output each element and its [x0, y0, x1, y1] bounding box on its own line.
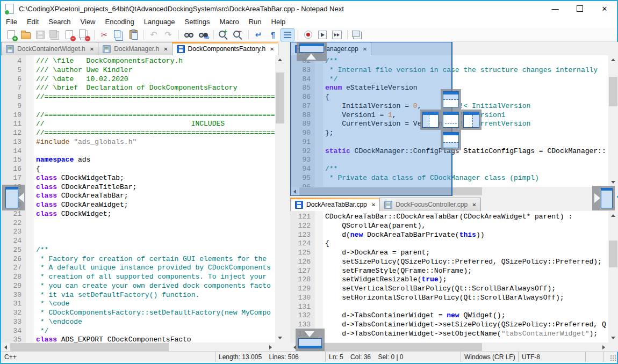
- drop-center-indicator[interactable]: [443, 112, 459, 128]
- scroll-up-arrow[interactable]: [275, 55, 284, 64]
- copy-button[interactable]: [112, 28, 126, 41]
- drop-left-indicator[interactable]: [422, 112, 439, 128]
- maximize-button[interactable]: [567, 1, 592, 16]
- menu-file[interactable]: File: [1, 16, 22, 28]
- status-document-size: Length: 13.005 Lines: 506: [215, 352, 325, 362]
- scroll-right-arrow[interactable]: [599, 343, 608, 352]
- find-button[interactable]: [182, 28, 196, 41]
- fold-line: [319, 285, 319, 294]
- code-text: QScrollArea(parent),: [323, 222, 426, 231]
- line-number: 122: [290, 222, 315, 231]
- save-file-button[interactable]: [33, 28, 47, 41]
- scrollbar-corner: [608, 343, 618, 352]
- scrollbar-thumb[interactable]: [276, 72, 284, 123]
- menu-language[interactable]: Language: [139, 16, 180, 28]
- close-button[interactable]: ✕: [592, 1, 617, 16]
- macro-playback-button[interactable]: [315, 28, 329, 41]
- tab-close-icon[interactable]: ✕: [270, 46, 274, 52]
- tab-dockcontainerwidget-h[interactable]: DockContainerWidget.h✕: [1, 42, 98, 55]
- fold-collapse-icon[interactable]: −: [316, 241, 322, 247]
- code-line: 7/// \brief Declaration of DockComponent…: [1, 84, 275, 93]
- drop-bottom-indicator[interactable]: [443, 132, 459, 148]
- code-line: 9: [1, 102, 275, 111]
- close-all-files-button[interactable]: −: [77, 28, 91, 41]
- tab-dockfocuscontroller-cpp[interactable]: DockFocusController.cpp✕: [379, 198, 480, 211]
- word-wrap-button[interactable]: [251, 28, 265, 41]
- scroll-left-arrow[interactable]: [1, 343, 10, 352]
- resize-grip[interactable]: [610, 355, 616, 361]
- save-copy-as-button[interactable]: [48, 28, 62, 41]
- fold-margin: [315, 231, 323, 240]
- menu-encoding[interactable]: Encoding: [100, 16, 139, 28]
- scroll-down-arrow[interactable]: [608, 333, 617, 343]
- paste-button[interactable]: [126, 28, 140, 41]
- drop-edge-bottom-indicator[interactable]: [298, 338, 322, 348]
- code-editor-left[interactable]: 4/// \file DockComponentsFactory.h5/// \…: [1, 55, 275, 343]
- show-indent-guide-button[interactable]: [281, 28, 294, 41]
- scroll-right-arrow[interactable]: [266, 343, 275, 352]
- show-all-characters-button[interactable]: [266, 28, 280, 41]
- macro-run-multiple-button[interactable]: [330, 28, 344, 41]
- menu-macro[interactable]: Macro: [215, 16, 244, 28]
- macro-record-button[interactable]: [301, 28, 315, 41]
- fold-margin: [26, 84, 34, 93]
- horizontal-scrollbar-left[interactable]: [1, 343, 275, 352]
- redo-button[interactable]: [161, 28, 175, 41]
- replace-button[interactable]: [196, 28, 210, 41]
- drop-edge-top-indicator[interactable]: [299, 43, 324, 53]
- minimize-button[interactable]: —: [543, 1, 567, 16]
- macro-run-multiple-icon: [332, 31, 342, 39]
- line-number: 24: [1, 237, 26, 246]
- undo-button[interactable]: [147, 28, 161, 41]
- fold-margin: [26, 201, 34, 210]
- menu-search[interactable]: Search: [44, 16, 75, 28]
- tab-close-icon[interactable]: ✕: [371, 202, 376, 208]
- tab-dockareatabbar-cpp[interactable]: DockAreaTabBar.cpp✕: [290, 198, 380, 211]
- cut-button[interactable]: [97, 28, 111, 41]
- vertical-scrollbar-bottom-right[interactable]: [608, 211, 618, 343]
- scrollbar-thumb[interactable]: [10, 343, 169, 351]
- scroll-up-arrow[interactable]: [608, 211, 617, 220]
- horizontal-scrollbar-bottom-right[interactable]: [290, 343, 608, 352]
- tab-close-icon[interactable]: ✕: [163, 46, 168, 52]
- code-text: setFrameStyle(QFrame::NoFrame);: [323, 267, 472, 276]
- zoom-out-button[interactable]: [231, 28, 245, 41]
- scroll-down-arrow[interactable]: [275, 333, 284, 343]
- title-bar[interactable]: C:\CodingXP\cetoni_projects_64bit\QtAdva…: [1, 1, 617, 16]
- fold-collapse-icon[interactable]: −: [27, 166, 33, 172]
- code-text: class CDockAreaTabBar;: [34, 192, 128, 201]
- macro-record-icon: [304, 31, 312, 39]
- edge-right-arrow-icon: [594, 193, 600, 203]
- window-list-button[interactable]: [350, 28, 364, 41]
- scrollbar-thumb[interactable]: [299, 343, 482, 351]
- drop-top-indicator[interactable]: [443, 91, 459, 107]
- drop-right-indicator[interactable]: [463, 112, 479, 128]
- close-file-button[interactable]: −: [62, 28, 76, 41]
- toolbar-separator: [143, 30, 144, 40]
- undo-icon: [150, 30, 157, 40]
- fold-line: [30, 228, 30, 237]
- code-line: 126 setSizePolicy(QSizePolicy::Preferred…: [290, 258, 608, 267]
- menu-view[interactable]: View: [76, 16, 100, 28]
- new-file-button[interactable]: +: [4, 28, 18, 41]
- line-number: 124: [290, 239, 315, 249]
- menu-help[interactable]: Help: [267, 16, 291, 28]
- code-editor-bottom-right[interactable]: 121CDockAreaTabBar::CDockAreaTabBar(CDoc…: [290, 211, 608, 343]
- tab-close-icon[interactable]: ✕: [472, 202, 476, 208]
- code-line: 123 d(new DockAreaTabBarPrivate(this)): [290, 231, 608, 240]
- tab-dockcomponentsfactory-h[interactable]: DockComponentsFactory.h✕: [172, 42, 279, 55]
- drop-edge-left-indicator[interactable]: [5, 187, 18, 208]
- vertical-scrollbar-top-right[interactable]: [608, 55, 618, 187]
- scrollbar-thumb[interactable]: [609, 77, 617, 106]
- tab-dockmanager-h[interactable]: DockManager.h✕: [98, 42, 172, 55]
- scroll-up-arrow[interactable]: [608, 55, 617, 64]
- menu-settings[interactable]: Settings: [180, 16, 215, 28]
- menu-run[interactable]: Run: [244, 16, 267, 28]
- tab-close-icon[interactable]: ✕: [90, 46, 94, 52]
- scrollbar-thumb[interactable]: [609, 241, 617, 267]
- vertical-scrollbar-left[interactable]: [275, 55, 285, 343]
- drop-edge-right-indicator[interactable]: [601, 188, 613, 208]
- open-file-button[interactable]: [19, 28, 33, 41]
- menu-edit[interactable]: Edit: [22, 16, 44, 28]
- zoom-in-button[interactable]: [217, 28, 231, 41]
